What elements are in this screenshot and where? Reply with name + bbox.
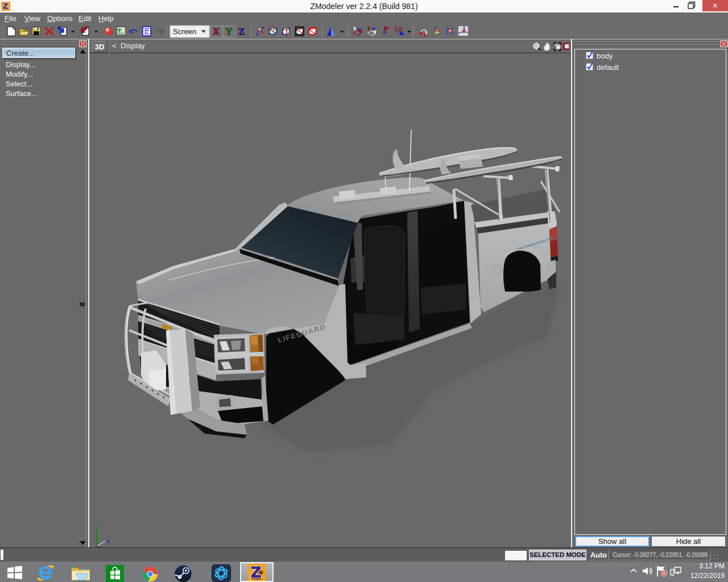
svg-text:Y: Y — [225, 26, 232, 37]
svg-text:z: z — [106, 539, 109, 544]
svg-text:Z: Z — [238, 26, 245, 37]
svg-text:y: y — [94, 525, 97, 530]
svg-text:Screen: Screen — [173, 27, 196, 36]
svg-text:X: X — [213, 26, 220, 37]
